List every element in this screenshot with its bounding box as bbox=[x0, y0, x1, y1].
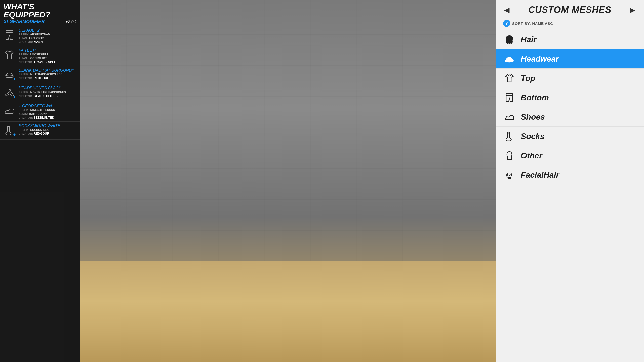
sort-label: SORT BY: NAME ASC bbox=[512, 21, 553, 26]
svg-rect-4 bbox=[506, 94, 513, 95]
item-name-1-georgetown: 1 Georgetown bbox=[19, 104, 78, 108]
category-label-socks: Socks bbox=[521, 132, 544, 141]
panel-title: What's Equipped? bbox=[4, 3, 77, 19]
category-label-other: Other bbox=[521, 151, 542, 160]
item-icon-headphones-black: + bbox=[3, 86, 16, 100]
item-details-socks-midrg-white: SocksMidRG White Prefix: SOCKSMIDRG Crea… bbox=[19, 124, 78, 135]
floor-area bbox=[80, 261, 496, 362]
item-name-fa-teeth: FA Teeth bbox=[19, 48, 78, 53]
nav-right-arrow[interactable]: ▶ bbox=[629, 6, 636, 14]
category-other[interactable]: Other bbox=[496, 146, 644, 165]
category-shoes[interactable]: Shoes bbox=[496, 107, 644, 127]
character-area bbox=[80, 0, 496, 362]
sort-badge: Y bbox=[503, 20, 510, 27]
category-icon-headwear bbox=[503, 53, 516, 64]
category-label-bottom: Bottom bbox=[521, 93, 549, 102]
panel-version: v2.0.1 bbox=[66, 20, 77, 24]
category-label-shoes: Shoes bbox=[521, 112, 545, 122]
panel-subtitle: XLGearModifier bbox=[4, 19, 45, 24]
category-label-facialhair: FacialHair bbox=[521, 170, 559, 180]
category-icon-socks bbox=[503, 131, 516, 142]
equipped-panel: What's Equipped? XLGearModifier v2.0.1 D… bbox=[0, 0, 80, 362]
category-hair[interactable]: Hair bbox=[496, 30, 644, 49]
category-icon-bottom bbox=[503, 92, 516, 103]
equipped-item-blank-dad-hat[interactable]: + Blank Dad Hat Burgundy Prefix: MHATDAD… bbox=[0, 66, 80, 84]
item-icon-1-georgetown bbox=[3, 104, 16, 117]
item-details-blank-dad-hat: Blank Dad Hat Burgundy Prefix: MHATDADBA… bbox=[19, 68, 78, 80]
category-icon-other bbox=[503, 150, 516, 161]
svg-point-6 bbox=[507, 177, 511, 179]
meshes-title: CUSTOM MESHES bbox=[528, 5, 611, 15]
category-bottom[interactable]: Bottom bbox=[496, 88, 644, 107]
item-icon-blank-dad-hat: + bbox=[3, 68, 16, 82]
item-name-headphones-black: Headphones Black bbox=[19, 86, 78, 90]
equipped-item-1-georgetown[interactable]: 1 Georgetown Prefix: NIKESBTH EDUNKAlias… bbox=[0, 102, 80, 122]
category-label-headwear: Headwear bbox=[521, 54, 559, 64]
item-icon-default2 bbox=[3, 28, 16, 42]
equipped-item-fa-teeth[interactable]: FA Teeth Prefix: LOOSESHIRTAlias: LOOSES… bbox=[0, 46, 80, 66]
category-icon-shoes bbox=[503, 111, 516, 122]
item-name-socks-midrg-white: SocksMidRG White bbox=[19, 124, 78, 128]
item-icon-fa-teeth bbox=[3, 48, 16, 62]
category-icon-hair bbox=[503, 34, 516, 45]
sort-row[interactable]: Y SORT BY: NAME ASC bbox=[496, 18, 644, 30]
category-label-hair: Hair bbox=[521, 35, 536, 44]
category-facialhair[interactable]: FacialHair bbox=[496, 165, 644, 185]
item-details-default2: Default 2 Prefix: ARSHORTDADAlias: ARSHO… bbox=[19, 28, 78, 44]
item-details-headphones-black: Headphones Black Prefix: MOVEREARHEADPHO… bbox=[19, 86, 78, 98]
item-name-default2: Default 2 bbox=[19, 28, 78, 33]
item-details-fa-teeth: FA Teeth Prefix: LOOSESHIRTAlias: LOOSES… bbox=[19, 48, 78, 64]
nav-left-arrow[interactable]: ◀ bbox=[503, 6, 511, 14]
equipped-item-headphones-black[interactable]: + Headphones Black Prefix: MOVEREARHEADP… bbox=[0, 84, 80, 102]
equipped-item-default2[interactable]: Default 2 Prefix: ARSHORTDADAlias: ARSHO… bbox=[0, 26, 80, 46]
item-icon-socks-midrg-white: + bbox=[3, 124, 16, 137]
category-headwear[interactable]: Headwear bbox=[496, 49, 644, 69]
category-top[interactable]: Top bbox=[496, 69, 644, 88]
item-name-blank-dad-hat: Blank Dad Hat Burgundy bbox=[19, 68, 78, 73]
equipped-list: Default 2 Prefix: ARSHORTDADAlias: ARSHO… bbox=[0, 26, 80, 140]
categories-list: Hair Headwear Top Bottom Shoes Socks Oth… bbox=[496, 30, 644, 185]
meshes-header: ◀ CUSTOM MESHES ▶ bbox=[496, 0, 644, 18]
equipped-item-socks-midrg-white[interactable]: + SocksMidRG White Prefix: SOCKSMIDRG Cr… bbox=[0, 122, 80, 140]
category-icon-facialhair bbox=[503, 169, 516, 180]
wall-texture bbox=[80, 0, 496, 272]
game-viewport bbox=[80, 0, 496, 362]
category-label-top: Top bbox=[521, 74, 535, 83]
custom-meshes-panel: ◀ CUSTOM MESHES ▶ Y SORT BY: NAME ASC Ha… bbox=[496, 0, 644, 362]
svg-rect-0 bbox=[6, 30, 13, 32]
category-icon-top bbox=[503, 73, 516, 84]
panel-header: What's Equipped? XLGearModifier v2.0.1 bbox=[0, 0, 80, 26]
category-socks[interactable]: Socks bbox=[496, 127, 644, 146]
item-details-1-georgetown: 1 Georgetown Prefix: NIKESBTH EDUNKAlias… bbox=[19, 104, 78, 119]
